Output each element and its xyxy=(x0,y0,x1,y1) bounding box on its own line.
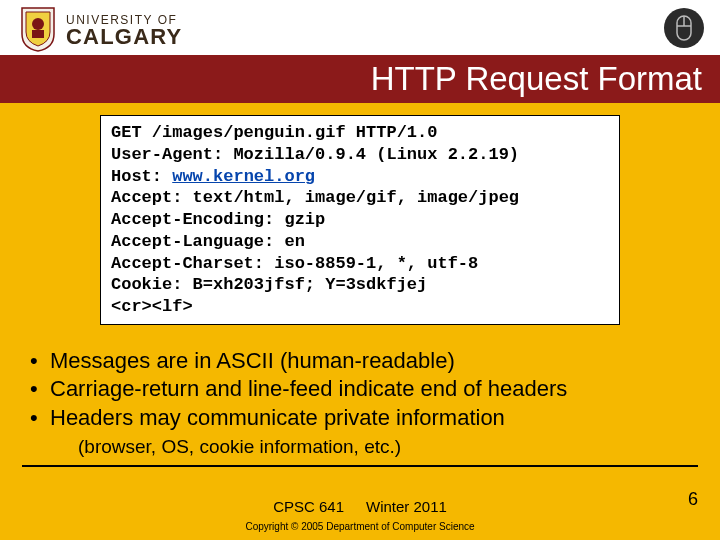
term: Winter 2011 xyxy=(366,498,447,515)
bullet-item: • Headers may communicate private inform… xyxy=(30,404,720,433)
svg-point-0 xyxy=(32,18,44,30)
bullet-dot-icon: • xyxy=(30,404,50,433)
code-line: Cookie: B=xh203jfsf; Y=3sdkfjej xyxy=(111,274,609,296)
host-link[interactable]: www.kernel.org xyxy=(172,167,315,186)
http-request-codebox: GET /images/penguin.gif HTTP/1.0 User-Ag… xyxy=(100,115,620,325)
bullet-dot-icon: • xyxy=(30,347,50,376)
university-name: UNIVERSITY OF CALGARY xyxy=(66,13,182,47)
code-line: Accept-Encoding: gzip xyxy=(111,209,609,231)
copyright-text: Copyright © 2005 Department of Computer … xyxy=(0,521,720,532)
university-bottom-text: CALGARY xyxy=(66,27,182,47)
course-code: CPSC 641 xyxy=(273,498,344,515)
code-line: GET /images/penguin.gif HTTP/1.0 xyxy=(111,122,609,144)
header-bar: UNIVERSITY OF CALGARY xyxy=(0,0,720,55)
code-line: Accept-Charset: iso-8859-1, *, utf-8 xyxy=(111,253,609,275)
bullet-item: • Messages are in ASCII (human-readable) xyxy=(30,347,720,376)
mouse-icon xyxy=(664,8,704,48)
bullet-text: Carriage-return and line-feed indicate e… xyxy=(50,375,567,404)
bullet-dot-icon: • xyxy=(30,375,50,404)
bullet-item: • Carriage-return and line-feed indicate… xyxy=(30,375,720,404)
bullet-text: Headers may communicate private informat… xyxy=(50,404,505,433)
title-bar: HTTP Request Format xyxy=(0,55,720,103)
code-line: User-Agent: Mozilla/0.9.4 (Linux 2.2.19) xyxy=(111,144,609,166)
code-line: Accept: text/html, image/gif, image/jpeg xyxy=(111,187,609,209)
footer-course-line: CPSC 641Winter 2011 xyxy=(0,498,720,515)
horizontal-rule xyxy=(22,465,698,467)
code-line: Accept-Language: en xyxy=(111,231,609,253)
sub-bullet-text: (browser, OS, cookie information, etc.) xyxy=(78,435,720,460)
footer: CPSC 641Winter 2011 Copyright © 2005 Dep… xyxy=(0,498,720,532)
svg-rect-1 xyxy=(32,30,44,38)
page-number: 6 xyxy=(688,489,698,510)
bullet-text: Messages are in ASCII (human-readable) xyxy=(50,347,455,376)
university-crest-icon xyxy=(18,4,58,52)
code-line: Host: www.kernel.org xyxy=(111,166,609,188)
code-line: <cr><lf> xyxy=(111,296,609,318)
slide-title: HTTP Request Format xyxy=(371,60,702,98)
bullet-list: • Messages are in ASCII (human-readable)… xyxy=(30,347,720,459)
